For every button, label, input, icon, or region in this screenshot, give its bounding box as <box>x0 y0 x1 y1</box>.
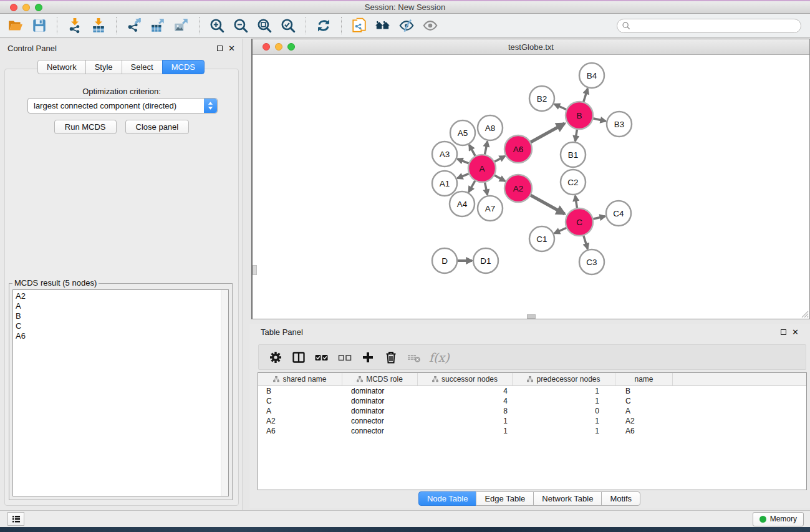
node-B[interactable]: B <box>566 102 593 129</box>
column-header-MCDS-role[interactable]: MCDS role <box>342 373 418 385</box>
tab-style[interactable]: Style <box>85 60 122 74</box>
node-C3[interactable]: C3 <box>579 249 604 274</box>
table-settings-gear-icon[interactable] <box>264 347 287 367</box>
mcds-result-title: MCDS result (5 nodes) <box>12 278 99 288</box>
result-scrollbar[interactable] <box>221 290 228 496</box>
tab-motifs[interactable]: Motifs <box>601 491 640 506</box>
result-item[interactable]: C <box>16 321 228 331</box>
table-row[interactable]: Bdominator41B <box>258 386 806 396</box>
close-panel-button[interactable]: Close panel <box>125 120 190 134</box>
node-A1[interactable]: A1 <box>432 171 457 196</box>
tab-select[interactable]: Select <box>122 60 163 74</box>
result-item[interactable]: A6 <box>16 331 228 341</box>
table-row[interactable]: Adominator80A <box>258 406 806 416</box>
add-column-icon[interactable] <box>356 347 379 367</box>
network-graph[interactable]: B4B2BB3A5A8A6A3AB1A1A2C2A4A7C4CC1DD1C3 <box>253 55 809 319</box>
result-item[interactable]: A2 <box>16 291 228 301</box>
node-D1[interactable]: D1 <box>473 248 498 273</box>
node-A2[interactable]: A2 <box>504 175 532 202</box>
svg-text:C4: C4 <box>613 209 624 218</box>
tab-mcds[interactable]: MCDS <box>162 60 205 74</box>
zoom-selected-icon[interactable] <box>276 16 300 36</box>
table-cell: 0 <box>513 407 615 415</box>
node-D[interactable]: D <box>432 248 457 273</box>
export-network-icon[interactable] <box>122 16 146 36</box>
table-cell: 1 <box>418 427 513 435</box>
tab-node-table[interactable]: Node Table <box>418 491 477 506</box>
toolbar-separator <box>57 17 57 34</box>
close-panel-icon[interactable]: ✕ <box>228 44 235 52</box>
select-all-icon[interactable] <box>310 347 333 367</box>
node-A5[interactable]: A5 <box>450 120 475 145</box>
node-B1[interactable]: B1 <box>561 142 586 167</box>
search-input[interactable] <box>617 19 801 33</box>
run-mcds-button[interactable]: Run MCDS <box>54 120 117 134</box>
node-C1[interactable]: C1 <box>529 226 554 251</box>
node-B2[interactable]: B2 <box>529 86 554 111</box>
network-canvas[interactable]: B4B2BB3A5A8A6A3AB1A1A2C2A4A7C4CC1DD1C3 <box>253 55 809 319</box>
column-header-name[interactable]: name <box>615 373 673 385</box>
column-header-shared-name[interactable]: shared name <box>258 373 342 385</box>
export-image-icon[interactable] <box>170 16 193 36</box>
deselect-all-icon[interactable] <box>333 347 356 367</box>
node-C2[interactable]: C2 <box>561 170 586 195</box>
zoom-fit-icon[interactable] <box>253 16 276 36</box>
task-history-button[interactable] <box>7 512 24 526</box>
show-panels-icon[interactable] <box>418 16 442 36</box>
result-item[interactable]: B <box>16 311 228 321</box>
float-table-panel-icon[interactable] <box>781 329 786 335</box>
node-A4[interactable]: A4 <box>450 191 475 216</box>
function-builder-icon[interactable]: f(x) <box>429 351 450 364</box>
tab-network-table[interactable]: Network Table <box>533 491 602 506</box>
svg-text:B: B <box>576 111 582 120</box>
node-C[interactable]: C <box>566 208 593 236</box>
export-table-icon[interactable] <box>146 16 170 36</box>
svg-text:A2: A2 <box>513 184 524 193</box>
node-A7[interactable]: A7 <box>478 196 503 221</box>
canvas-vscroll-thumb[interactable] <box>253 265 257 275</box>
memory-button[interactable]: Memory <box>753 512 804 526</box>
home-icon[interactable] <box>371 16 395 36</box>
node-C4[interactable]: C4 <box>606 201 631 226</box>
node-A8[interactable]: A8 <box>478 115 503 140</box>
svg-text:C3: C3 <box>586 258 597 267</box>
import-network-icon[interactable] <box>63 16 87 36</box>
node-A6[interactable]: A6 <box>504 135 532 163</box>
refresh-icon[interactable] <box>312 16 335 36</box>
delete-icon[interactable] <box>379 347 402 367</box>
node-B4[interactable]: B4 <box>579 63 604 88</box>
table-cell: 1 <box>513 417 615 425</box>
node-table[interactable]: shared nameMCDS rolesuccessor nodesprede… <box>258 372 807 490</box>
hierarchy-icon <box>273 376 279 382</box>
table-row[interactable]: A2connector11A2 <box>258 416 806 426</box>
hierarchy-icon <box>357 376 363 382</box>
hide-panels-icon[interactable] <box>395 16 418 36</box>
float-panel-icon[interactable] <box>217 46 223 51</box>
mcds-result-list[interactable]: A2ABCA6 <box>12 289 229 496</box>
save-session-icon[interactable] <box>27 16 51 36</box>
criterion-value: largest connected component (directed) <box>28 101 204 110</box>
table-row[interactable]: Cdominator41C <box>258 396 806 406</box>
canvas-hscroll-thumb[interactable] <box>527 314 536 319</box>
node-B3[interactable]: B3 <box>607 112 632 137</box>
optimization-label: Optimization criterion: <box>5 87 238 96</box>
result-item[interactable]: A <box>16 301 228 311</box>
open-session-icon[interactable] <box>4 16 27 36</box>
tab-network[interactable]: Network <box>37 60 86 74</box>
network-from-file-icon[interactable] <box>347 16 371 36</box>
mcds-panel: Optimization criterion: largest connecte… <box>4 69 239 506</box>
zoom-out-icon[interactable] <box>229 16 253 36</box>
node-A[interactable]: A <box>468 155 496 182</box>
column-header-predecessor-nodes[interactable]: predecessor nodes <box>513 373 615 385</box>
close-table-panel-icon[interactable]: ✕ <box>792 328 799 336</box>
split-table-icon[interactable] <box>287 347 310 367</box>
column-header-successor-nodes[interactable]: successor nodes <box>418 373 513 385</box>
import-table-icon[interactable] <box>87 16 110 36</box>
node-A3[interactable]: A3 <box>432 142 457 167</box>
resize-grip-icon[interactable] <box>801 311 809 318</box>
table-row[interactable]: A6connector11A6 <box>258 426 806 436</box>
tab-edge-table[interactable]: Edge Table <box>476 491 534 506</box>
zoom-in-icon[interactable] <box>205 16 229 36</box>
delete-table-icon[interactable] <box>402 347 425 367</box>
criterion-dropdown[interactable]: largest connected component (directed) <box>27 98 218 114</box>
